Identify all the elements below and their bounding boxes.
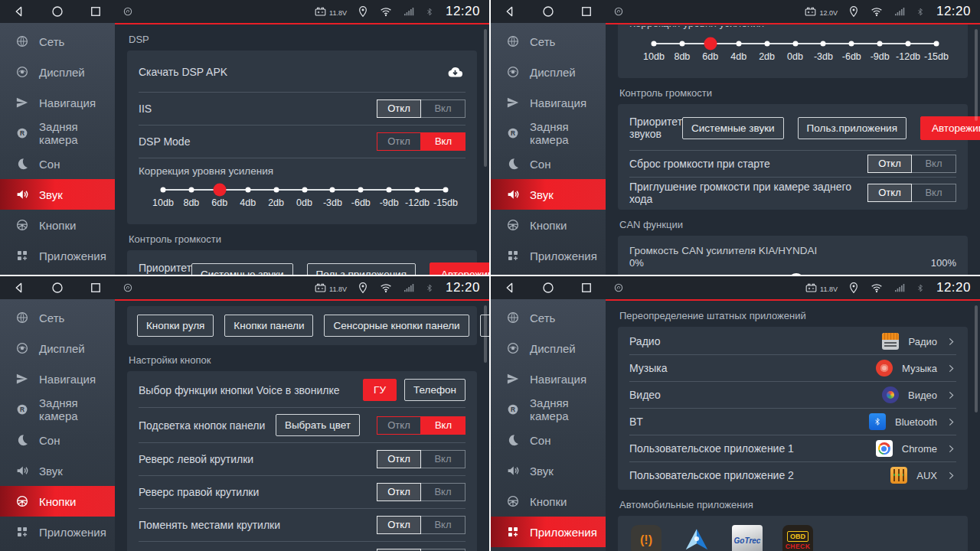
sidebar-item-sleep[interactable]: Сон (491, 425, 606, 455)
tpms-app-icon[interactable]: (!) (631, 525, 662, 551)
back-button[interactable] (12, 281, 26, 295)
sidebar-item-sound[interactable]: Звук (491, 179, 606, 210)
recents-button[interactable] (89, 5, 103, 18)
toggle-off-button[interactable]: Откл (377, 516, 421, 534)
recents-button[interactable] (89, 281, 103, 295)
android-auto-app-icon[interactable] (681, 525, 712, 551)
sidebar-item-rear-camera[interactable]: Задняя камера (0, 118, 115, 148)
reverse-mute-toggle[interactable]: Откл Вкл (867, 184, 956, 202)
download-dsp-row[interactable]: Скачать DSP APK (139, 52, 466, 93)
voice-headunit-button[interactable]: ГУ (363, 379, 397, 401)
recents-button[interactable] (580, 281, 593, 295)
tab-wheel-buttons[interactable]: Кнопки руля (137, 315, 214, 337)
toggle-on-button[interactable]: Вкл (421, 416, 466, 435)
reverse-right-knob-toggle[interactable]: Откл Вкл (377, 483, 466, 501)
home-button[interactable] (51, 5, 64, 18)
backlight-toggle[interactable]: Откл Вкл (377, 416, 466, 435)
toggle-off-button[interactable]: Откл (377, 99, 421, 118)
sidebar-item-navigation[interactable]: Навигация (0, 364, 115, 394)
sidebar-item-apps[interactable]: Приложения (491, 517, 606, 547)
iis-toggle[interactable]: Откл Вкл (377, 99, 466, 118)
toggle-off-button[interactable]: Откл (867, 184, 912, 202)
tab-panel-buttons[interactable]: Кнопки панели (224, 315, 313, 337)
priority-auto-button[interactable]: Авторежим (920, 116, 980, 140)
back-button[interactable] (503, 281, 517, 295)
volume-reset-toggle[interactable]: Откл Вкл (867, 155, 956, 173)
sidebar-item-rear-camera[interactable]: Задняя камера (491, 118, 606, 148)
back-button[interactable] (503, 5, 517, 18)
sidebar-item-sound[interactable]: Звук (0, 179, 115, 210)
scrollbar-thumb[interactable] (484, 29, 487, 167)
toggle-off-button[interactable]: Откл (867, 155, 912, 173)
home-button[interactable] (541, 281, 555, 295)
sidebar-item-navigation[interactable]: Навигация (0, 87, 115, 118)
sidebar-item-network[interactable]: Сеть (0, 302, 115, 333)
sidebar-item-apps[interactable]: Приложения (0, 240, 115, 271)
sidebar-item-display[interactable]: Дисплей (491, 57, 606, 87)
gain-slider[interactable]: 10db8db6db4db2db0db-3db-6db-9db-12db-15d… (654, 34, 936, 70)
scrollbar-thumb[interactable] (975, 305, 978, 412)
app-row-radio[interactable]: Радио Радио (629, 328, 956, 355)
sidebar-item-network[interactable]: Сеть (491, 26, 606, 57)
swap-knobs-toggle[interactable]: Откл Вкл (377, 516, 466, 534)
toggle-on-button[interactable]: Вкл (912, 184, 956, 202)
priority-userapps-button[interactable]: Польз.приложения (307, 263, 416, 276)
app-row-bt[interactable]: BT Bluetooth (629, 409, 956, 435)
tab-touch-panel-buttons[interactable]: Сенсорные кнопки панели (324, 315, 469, 337)
sidebar-item-buttons[interactable]: Кнопки (491, 486, 606, 517)
toggle-on-button[interactable]: Вкл (421, 132, 466, 151)
slider-thumb[interactable] (213, 184, 226, 197)
sidebar-item-navigation[interactable]: Навигация (491, 364, 606, 394)
sidebar-item-sound[interactable]: Звук (0, 455, 115, 486)
sidebar-item-sound[interactable]: Звук (491, 455, 606, 486)
choose-color-button[interactable]: Выбрать цвет (276, 414, 360, 436)
sidebar-item-apps[interactable]: Приложения (491, 240, 606, 271)
priority-userapps-button[interactable]: Польз.приложения (798, 117, 906, 139)
priority-system-button[interactable]: Системные звуки (682, 117, 784, 139)
cloud-download-icon[interactable] (445, 64, 466, 80)
sidebar-item-sleep[interactable]: Сон (491, 148, 606, 179)
toggle-on-button[interactable]: Вкл (421, 99, 466, 118)
obd-check-app-icon[interactable]: OBDCHECK (782, 525, 813, 551)
sidebar-item-buttons[interactable]: Кнопки (0, 486, 115, 517)
sidebar-item-buttons[interactable]: Кнопки (0, 210, 115, 240)
sidebar-item-rear-camera[interactable]: Задняя камера (491, 394, 606, 425)
reverse-left-knob-toggle[interactable]: Откл Вкл (377, 450, 466, 468)
priority-system-button[interactable]: Системные звуки (191, 263, 293, 276)
gotrec-app-icon[interactable]: GoTrec (732, 525, 763, 551)
scrollbar-thumb[interactable] (484, 305, 487, 363)
sidebar-item-sleep[interactable]: Сон (0, 425, 115, 455)
recents-button[interactable] (580, 5, 593, 18)
sidebar-item-display[interactable]: Дисплей (0, 333, 115, 364)
app-row-video[interactable]: Видео Видео (629, 382, 956, 409)
toggle-on-button[interactable]: Вкл (421, 483, 466, 501)
sidebar-item-network[interactable]: Сеть (0, 26, 115, 57)
gain-slider[interactable]: 10db8db6db4db2db0db-3db-6db-9db-12db-15d… (163, 180, 446, 217)
toggle-on-button[interactable]: Вкл (912, 155, 956, 173)
toggle-on-button[interactable]: Вкл (421, 516, 466, 534)
app-row-custom2[interactable]: Пользовательское приложение 2 AUX (629, 462, 956, 488)
toggle-off-button[interactable]: Откл (377, 483, 421, 501)
sidebar-item-rear-camera[interactable]: Задняя камера (0, 394, 115, 425)
sidebar-item-display[interactable]: Дисплей (0, 57, 115, 87)
scrollbar-thumb[interactable] (975, 29, 978, 121)
home-button[interactable] (541, 5, 555, 18)
toggle-on-button[interactable]: Вкл (421, 450, 466, 468)
priority-auto-button[interactable]: Авторежим (430, 262, 489, 276)
sidebar-item-sleep[interactable]: Сон (0, 148, 115, 179)
back-button[interactable] (12, 5, 26, 18)
app-row-music[interactable]: Музыка Музыка (629, 355, 956, 382)
app-row-custom1[interactable]: Пользовательское приложение 1 Chrome (629, 435, 956, 462)
sidebar-item-network[interactable]: Сеть (491, 302, 606, 333)
toggle-off-button[interactable]: Откл (377, 132, 421, 151)
voice-phone-button[interactable]: Телефон (404, 379, 466, 401)
sidebar-item-display[interactable]: Дисплей (491, 333, 606, 364)
toggle-off-button[interactable]: Откл (377, 416, 421, 435)
slider-thumb[interactable] (704, 37, 717, 51)
home-button[interactable] (51, 281, 64, 295)
toggle-off-button[interactable]: Откл (377, 450, 421, 468)
sidebar-item-apps[interactable]: Приложения (0, 517, 115, 547)
sidebar-item-buttons[interactable]: Кнопки (491, 210, 606, 240)
sidebar-item-navigation[interactable]: Навигация (491, 87, 606, 118)
dsp-mode-toggle[interactable]: Откл Вкл (377, 132, 466, 151)
